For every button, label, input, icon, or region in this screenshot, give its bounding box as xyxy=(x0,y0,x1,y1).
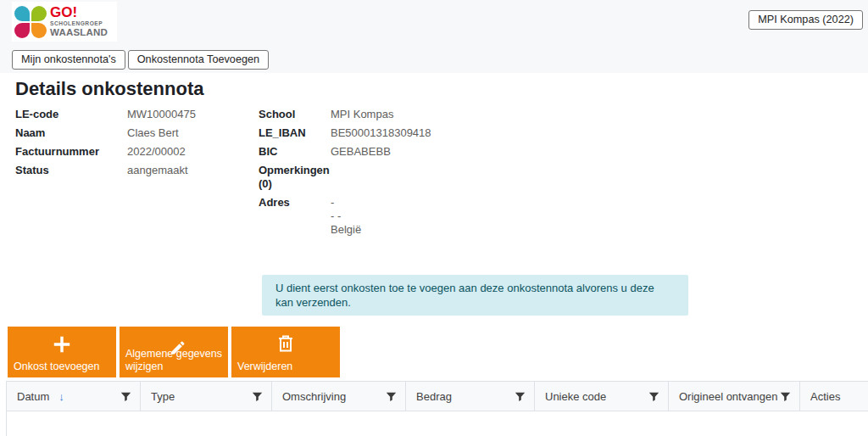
detail-value: MW10000475 xyxy=(127,108,196,121)
details-section: LE-code MW10000475 Naam Claes Bert Factu… xyxy=(15,108,868,242)
pinwheel-petal-red xyxy=(14,23,30,38)
detail-value: BE50001318309418 xyxy=(331,126,431,140)
filter-icon[interactable] xyxy=(120,391,131,402)
column-header-unieke-code[interactable]: Unieke code xyxy=(535,382,669,411)
algemene-gegevens-wijzigen-button[interactable]: Algemene gegevens wijzigen xyxy=(120,327,228,377)
column-label: Unieke code xyxy=(545,390,606,403)
nav-mijn-onkostennotas-button[interactable]: Mijn onkostennota's xyxy=(12,50,125,70)
page-title: Details onkostennota xyxy=(15,78,868,100)
column-header-origineel-ontvangen[interactable]: Origineel ontvangen xyxy=(669,382,800,411)
column-label: Acties xyxy=(810,390,840,403)
column-header-datum[interactable]: Datum ↓ xyxy=(7,382,141,411)
pinwheel-petal-teal xyxy=(14,6,30,21)
detail-label: BIC xyxy=(259,145,331,159)
nav-onkostennota-toevoegen-button[interactable]: Onkostennota Toevoegen xyxy=(128,50,269,70)
detail-row-adres: Adres - - - België xyxy=(259,196,431,237)
logo-line1: SCHOLENGROEP xyxy=(50,21,108,27)
column-label: Type xyxy=(151,390,175,403)
logo: GO! SCHOLENGROEP WAASLAND xyxy=(12,2,117,42)
detail-value: Claes Bert xyxy=(127,126,179,140)
action-label: Verwijderen xyxy=(237,361,292,373)
column-label: Origineel ontvangen xyxy=(679,390,777,403)
grid-header-row: Datum ↓ Type Omschrijving xyxy=(6,381,868,411)
detail-row-school: School MPI Kompas xyxy=(259,108,431,121)
main-nav: Mijn onkostennota's Onkostennota Toevoeg… xyxy=(12,50,269,70)
column-header-omschrijving[interactable]: Omschrijving xyxy=(272,382,406,411)
detail-label: Status xyxy=(15,164,127,177)
details-left-column: LE-code MW10000475 Naam Claes Bert Factu… xyxy=(15,108,259,242)
detail-value: 2022/00002 xyxy=(127,145,186,159)
school-year-button[interactable]: MPI Kompas (2022) xyxy=(748,10,863,30)
adres-value: - - - België xyxy=(331,196,361,237)
expenses-grid: Datum ↓ Type Omschrijving xyxy=(6,381,868,436)
trash-icon xyxy=(275,333,296,357)
info-alert: U dient eerst onkosten toe te voegen aan… xyxy=(262,275,688,316)
topbar: GO! SCHOLENGROEP WAASLAND MPI Kompas (20… xyxy=(0,0,868,73)
detail-row-le-code: LE-code MW10000475 xyxy=(15,108,259,121)
status-value: aangemaakt xyxy=(127,164,188,177)
detail-row-opmerkingen: Opmerkingen (0) xyxy=(259,164,431,191)
detail-label: Naam xyxy=(15,126,127,140)
detail-label: Factuurnummer xyxy=(15,145,127,159)
sort-desc-icon: ↓ xyxy=(58,390,64,403)
column-header-acties: Acties xyxy=(800,382,868,411)
filter-icon[interactable] xyxy=(515,391,526,402)
logo-line2: WAASLAND xyxy=(50,28,108,38)
column-header-type[interactable]: Type xyxy=(141,382,272,411)
plus-icon xyxy=(51,333,73,359)
detail-row-status: Status aangemaakt xyxy=(15,164,259,177)
adres-line-2: - - xyxy=(331,210,361,223)
main-content: Details onkostennota LE-code MW10000475 … xyxy=(0,78,868,436)
app-root: GO! SCHOLENGROEP WAASLAND MPI Kompas (20… xyxy=(0,0,868,436)
opmerkingen-label: Opmerkingen (0) xyxy=(259,164,331,191)
column-header-bedrag[interactable]: Bedrag xyxy=(406,382,535,411)
filter-icon[interactable] xyxy=(780,391,791,402)
logo-text: GO! SCHOLENGROEP WAASLAND xyxy=(50,5,108,37)
pinwheel-petal-orange xyxy=(31,23,47,38)
action-label: Onkost toevoegen xyxy=(14,361,99,373)
verwijderen-button[interactable]: Verwijderen xyxy=(231,327,340,377)
detail-row-le-iban: LE_IBAN BE50001318309418 xyxy=(259,126,431,140)
pencil-icon xyxy=(170,339,186,360)
detail-label: LE-code xyxy=(15,108,127,121)
filter-icon[interactable] xyxy=(252,391,263,402)
detail-row-factuurnummer: Factuurnummer 2022/00002 xyxy=(15,145,259,159)
column-label: Bedrag xyxy=(416,390,452,403)
column-label: Datum xyxy=(17,390,49,403)
detail-value: GEBABEBB xyxy=(331,145,391,159)
detail-label: LE_IBAN xyxy=(259,126,331,140)
detail-value: MPI Kompas xyxy=(331,108,393,121)
filter-icon[interactable] xyxy=(386,391,397,402)
column-label: Omschrijving xyxy=(282,390,346,403)
detail-label: School xyxy=(259,108,331,121)
adres-label: Adres xyxy=(259,196,331,237)
pinwheel-icon xyxy=(14,6,47,38)
logo-brand: GO! xyxy=(50,5,108,20)
details-right-column: School MPI Kompas LE_IBAN BE500013183094… xyxy=(259,108,431,242)
onkost-toevoegen-button[interactable]: Onkost toevoegen xyxy=(8,327,116,377)
adres-line-1: - xyxy=(331,196,361,210)
adres-line-3: België xyxy=(331,223,361,237)
filter-icon[interactable] xyxy=(648,391,659,402)
pinwheel-petal-green xyxy=(31,6,47,21)
detail-row-naam: Naam Claes Bert xyxy=(15,126,259,140)
detail-row-bic: BIC GEBABEBB xyxy=(259,145,431,159)
grid-body-empty xyxy=(6,411,868,436)
action-toolbar: Onkost toevoegen Algemene gegevens wijzi… xyxy=(8,327,868,377)
